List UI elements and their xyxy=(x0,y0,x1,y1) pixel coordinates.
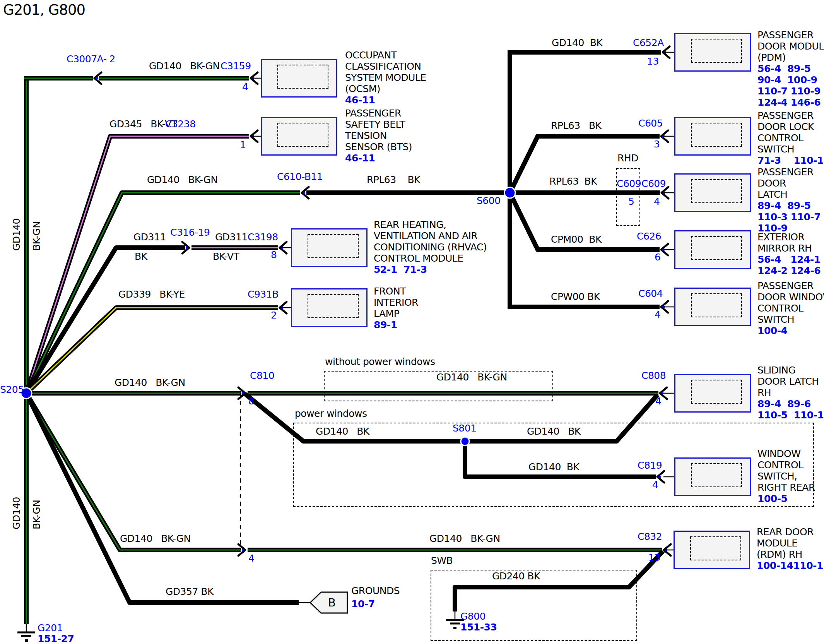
pin-c808: 4 xyxy=(655,396,661,406)
page-ref-rdm-rh-0[interactable]: 100-14110-11 xyxy=(757,560,824,571)
module-name-line-pdm-0: PASSENGER xyxy=(757,29,824,41)
inline-connector-c316-19-dot xyxy=(186,247,188,249)
page-ref-pdm-3[interactable]: 124-4 146-6 xyxy=(757,97,824,108)
page-ref-passenger-door-latch-1[interactable]: 110-3 110-7 xyxy=(757,211,821,223)
connector-label-c3159[interactable]: C3159 xyxy=(221,61,251,71)
wire-label-gd311-2: GD311 xyxy=(215,232,248,242)
page-ref-front-interior-lamp-0[interactable]: 89-1 xyxy=(374,319,418,331)
connector-label-c3238[interactable]: C3238 xyxy=(165,119,196,129)
wire-label-gd311-1: GD311 xyxy=(133,232,166,242)
splice-label-s801[interactable]: S801 xyxy=(453,423,477,433)
wire-label-gd140-bkgn-row6b: GD140 BK-GN xyxy=(436,372,507,382)
module-box-sliding-door-latch-rh xyxy=(674,374,751,413)
connector-label-c652a[interactable]: C652A xyxy=(633,38,664,48)
module-name-line-passenger-door-latch-2: LATCH xyxy=(757,189,821,200)
inline-connector-c610-b11-dot xyxy=(303,192,305,194)
pin-c652a: 13 xyxy=(647,57,659,67)
connector-label-c3198[interactable]: C3198 xyxy=(248,232,278,242)
module-name-line-rdm-rh-2: (RDM) RH xyxy=(757,549,824,560)
page-ref-door-window-control-switch-0[interactable]: 100-4 xyxy=(757,325,824,336)
page-ref-rhvac-0[interactable]: 52-1 71-3 xyxy=(374,264,487,275)
wire-label-rpl63-bk-c605: RPL63 BK xyxy=(551,121,602,131)
connector-label-c931b[interactable]: C931B xyxy=(248,289,279,300)
page-ref-bts-0[interactable]: 46-11 xyxy=(345,152,412,164)
connector-label-c609-inside[interactable]: C609 xyxy=(617,179,641,189)
module-box-door-window-control-switch xyxy=(674,288,751,326)
wire-label-bk-seg1: BK xyxy=(135,252,147,262)
wire-label-gd339-bkye: GD339 BK-YE xyxy=(118,289,185,300)
ground-label-g201[interactable]: G201 xyxy=(38,623,63,633)
connector-label-c609-outside[interactable]: C609 xyxy=(641,179,666,189)
connector-label-c610-b11[interactable]: C610-B11 xyxy=(277,172,323,182)
page-ref-sliding-door-latch-rh-1[interactable]: 110-5 110-11 xyxy=(757,409,824,421)
module-label-sliding-door-latch-rh: SLIDINGDOOR LATCHRH89-4 89-6110-5 110-11 xyxy=(757,365,824,421)
connector-label-c604[interactable]: C604 xyxy=(638,289,663,299)
wire-label-gd357-bk: GD357 BK xyxy=(166,587,214,597)
connector-label-c832[interactable]: C832 xyxy=(638,532,662,542)
module-name-line-sliding-door-latch-rh-2: RH xyxy=(757,387,824,398)
pin-c3198: 8 xyxy=(271,250,277,260)
module-connector-outline-pdm xyxy=(691,39,742,63)
splice-label-s205[interactable]: S205 xyxy=(0,385,24,395)
connector-label-c626[interactable]: C626 xyxy=(637,231,661,242)
page-ref-pdm-2[interactable]: 110-7 110-9 xyxy=(757,86,824,97)
module-name-line-front-interior-lamp-2: LAMP xyxy=(374,308,418,319)
module-name-line-door-window-control-switch-2: CONTROL xyxy=(757,303,824,314)
pin-c931b: 2 xyxy=(271,310,277,320)
module-name-line-pdm-1: DOOR MODULE xyxy=(757,41,824,52)
module-label-rdm-rh: REAR DOORMODULE(RDM) RH100-14110-11 xyxy=(757,526,824,571)
splice-label-s600[interactable]: S600 xyxy=(477,196,501,206)
module-name-line-door-lock-control-switch-1: DOOR LOCK xyxy=(757,121,824,132)
connector-label-c3007a-2[interactable]: C3007A- 2 xyxy=(67,54,115,64)
wire-label-cpw00-bk: CPW00 BK xyxy=(551,292,600,302)
module-box-front-interior-lamp xyxy=(291,288,368,327)
module-name-line-sliding-door-latch-rh-0: SLIDING xyxy=(757,365,824,376)
grounds-flag-title: GROUNDS xyxy=(351,586,400,596)
wire-label-gd140-bkgn-row3: GD140 BK-GN xyxy=(147,175,218,185)
module-name-line-ocsm-3: (OCSM) xyxy=(345,83,426,94)
module-name-line-door-window-control-switch-3: SWITCH xyxy=(757,314,824,325)
page-ref-sliding-door-latch-rh-0[interactable]: 89-4 89-6 xyxy=(757,398,824,409)
connector-label-c819[interactable]: C819 xyxy=(638,461,662,471)
page-ref-grounds[interactable]: 10-7 xyxy=(351,599,375,609)
page-ref-pdm-0[interactable]: 56-4 89-5 xyxy=(757,63,824,74)
page-ref-passenger-door-latch-0[interactable]: 89-4 89-5 xyxy=(757,200,821,211)
module-label-ocsm: OCCUPANTCLASSIFICATIONSYSTEM MODULE(OCSM… xyxy=(345,50,426,106)
harness-label-gd140-vertical-bottom: GD140 xyxy=(12,497,22,529)
connector-label-c810[interactable]: C810 xyxy=(250,371,274,381)
module-connector-outline-ocsm xyxy=(277,65,328,89)
page-ref-g800[interactable]: 151-33 xyxy=(460,622,497,632)
wire-label-gd140-bkgn-row7b: GD140 BK-GN xyxy=(429,534,500,544)
page-ref-door-lock-control-switch-0[interactable]: 71-3 110-14 xyxy=(757,155,824,166)
pin-row7-inline: 4 xyxy=(248,553,254,564)
option-label-power-windows: power windows xyxy=(295,409,367,419)
pin-c810: 8 xyxy=(248,396,254,406)
wire-label-rpl63-bk-row3: RPL63 BK xyxy=(367,175,420,185)
module-name-line-rhvac-3: CONTROL MODULE xyxy=(374,253,487,264)
option-label-rhd: RHD xyxy=(617,153,638,163)
splice-s600[interactable] xyxy=(504,187,515,198)
page-ref-ocsm-0[interactable]: 46-11 xyxy=(345,94,426,106)
page-ref-g201[interactable]: 151-27 xyxy=(38,634,74,644)
module-connector-outline-exterior-mirror-rh xyxy=(691,236,742,260)
module-connector-outline-front-interior-lamp xyxy=(308,294,359,318)
connector-label-c605[interactable]: C605 xyxy=(638,118,663,128)
module-label-door-lock-control-switch: PASSENGERDOOR LOCKCONTROLSWITCH71-3 110-… xyxy=(757,110,824,166)
module-box-pdm xyxy=(674,33,751,72)
harness-label-gd140-vertical-top: GD140 xyxy=(12,218,22,251)
module-connector-outline-sliding-door-latch-rh xyxy=(691,380,742,404)
module-box-passenger-door-latch xyxy=(674,173,751,212)
module-connector-outline-bts xyxy=(277,123,328,147)
connector-label-c808[interactable]: C808 xyxy=(641,371,666,381)
wire-label-gd240-bk: GD240 BK xyxy=(492,571,540,581)
connector-label-c316-19[interactable]: C316-19 xyxy=(170,228,210,238)
module-label-pdm: PASSENGERDOOR MODULE(PDM)56-4 89-590-4 1… xyxy=(757,29,824,108)
wire-label-rpl63-bk-c609: RPL63 BK xyxy=(549,176,597,187)
inline-connector-c3007a-2-dot xyxy=(96,77,98,79)
connector-arrow-c808-dot xyxy=(661,392,663,394)
page-ref-pdm-1[interactable]: 90-4 100-9 xyxy=(757,74,824,86)
page-ref-exterior-mirror-rh-1[interactable]: 124-2 124-6 xyxy=(757,265,821,276)
ground-label-g800[interactable]: G800 xyxy=(460,611,486,622)
module-name-line-pdm-2: (PDM) xyxy=(757,52,824,63)
page-ref-exterior-mirror-rh-0[interactable]: 56-4 124-1 xyxy=(757,254,821,265)
